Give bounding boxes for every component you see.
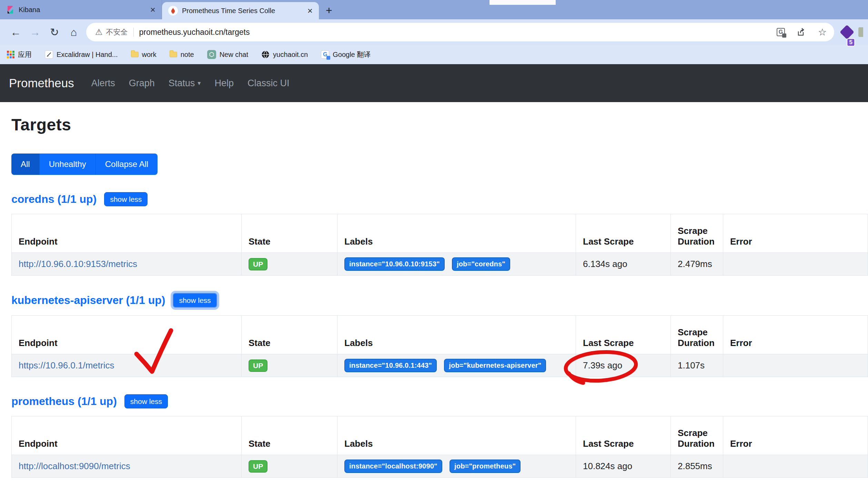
nav-graph[interactable]: Graph: [123, 78, 160, 89]
bookmark-excalidraw[interactable]: Excalidraw | Hand...: [45, 50, 118, 59]
job-section-coredns: coredns (1/1 up) show less Endpoint Stat…: [11, 192, 868, 276]
col-scrape-duration: Scrape Duration: [671, 316, 723, 354]
label-badge[interactable]: job="prometheus": [450, 460, 521, 473]
job-title[interactable]: coredns (1/1 up): [11, 193, 97, 206]
excalidraw-icon: [45, 50, 53, 59]
scrape-duration-value: 2.479ms: [671, 253, 723, 276]
bookmark-folder-note[interactable]: note: [170, 51, 194, 59]
nav-status[interactable]: Status ▾: [163, 78, 206, 89]
label-badge[interactable]: instance="localhost:9090": [344, 460, 442, 473]
extension-icon[interactable]: 5: [840, 25, 854, 39]
table-row: http://10.96.0.10:9153/metrics UP instan…: [12, 253, 868, 276]
home-icon[interactable]: ⌂: [64, 27, 83, 38]
col-error: Error: [723, 214, 868, 253]
label-badge[interactable]: job="kubernetes-apiserver": [444, 359, 546, 372]
url-divider: [133, 28, 134, 37]
col-endpoint: Endpoint: [12, 416, 242, 455]
back-icon[interactable]: ←: [6, 27, 26, 38]
bookmark-yuchaoit[interactable]: yuchaoit.cn: [261, 50, 308, 59]
collapse-all-button[interactable]: Collapse All: [96, 154, 158, 175]
nav-classic-ui[interactable]: Classic UI: [242, 78, 295, 89]
tab-strip: Kibana × Prometheus Time Series Colle × …: [0, 0, 868, 19]
targets-table: Endpoint State Labels Last Scrape Scrape…: [11, 214, 868, 276]
partial-profile-icon[interactable]: [858, 27, 863, 37]
label-badge[interactable]: instance="10.96.0.1:443": [344, 359, 437, 372]
chatgpt-icon: [207, 50, 216, 59]
label-badge[interactable]: instance="10.96.0.10:9153": [344, 257, 445, 271]
col-state: State: [242, 316, 337, 354]
endpoint-link[interactable]: http://localhost:9090/metrics: [19, 461, 130, 471]
chevron-down-icon: ▾: [198, 79, 201, 87]
col-last-scrape: Last Scrape: [576, 416, 671, 455]
col-scrape-duration: Scrape Duration: [671, 416, 723, 455]
browser-toolbar: ← → ↻ ⌂ ⚠ 不安全 prometheus.yuchaoit.cn/tar…: [0, 19, 868, 45]
forward-icon[interactable]: →: [26, 27, 45, 38]
status-badge: UP: [249, 258, 268, 270]
filter-button-group: All Unhealthy Collapse All: [11, 154, 158, 175]
new-tab-button[interactable]: +: [326, 5, 332, 16]
close-icon[interactable]: ×: [150, 5, 156, 14]
page-title: Targets: [11, 115, 868, 134]
scrape-duration-value: 1.107s: [671, 354, 723, 377]
last-scrape-value: 10.824s ago: [576, 455, 671, 478]
col-endpoint: Endpoint: [12, 316, 242, 354]
job-section-prometheus: prometheus (1/1 up) show less Endpoint S…: [11, 394, 868, 478]
show-less-button[interactable]: show less: [173, 293, 217, 308]
table-row: https://10.96.0.1/metrics UP instance="1…: [12, 354, 868, 377]
filter-unhealthy-button[interactable]: Unhealthy: [40, 154, 96, 175]
url-text[interactable]: prometheus.yuchaoit.cn/targets: [139, 28, 765, 37]
col-labels: Labels: [337, 316, 576, 354]
endpoint-link[interactable]: http://10.96.0.10:9153/metrics: [19, 259, 137, 269]
extension-badge: 5: [847, 38, 855, 47]
job-title[interactable]: prometheus (1/1 up): [11, 395, 117, 408]
show-less-button[interactable]: show less: [104, 192, 148, 206]
globe-icon: [261, 50, 270, 59]
col-labels: Labels: [337, 416, 576, 455]
apps-grid-icon: [7, 51, 14, 58]
scrape-duration-value: 2.855ms: [671, 455, 723, 478]
close-icon[interactable]: ×: [307, 6, 313, 15]
col-last-scrape: Last Scrape: [576, 214, 671, 253]
targets-page: Targets All Unhealthy Collapse All cored…: [0, 115, 868, 478]
col-endpoint: Endpoint: [12, 214, 242, 253]
address-bar[interactable]: ⚠ 不安全 prometheus.yuchaoit.cn/targets G ☆: [86, 23, 834, 41]
error-value: [723, 455, 868, 478]
label-badge[interactable]: job="coredns": [452, 257, 510, 271]
error-value: [723, 253, 868, 276]
bookmark-google-translate[interactable]: G Google 翻译: [321, 50, 371, 59]
col-error: Error: [723, 416, 868, 455]
col-state: State: [242, 416, 337, 455]
targets-table: Endpoint State Labels Last Scrape Scrape…: [11, 416, 868, 478]
folder-icon: [131, 52, 139, 57]
folder-icon: [170, 52, 177, 57]
not-secure-warning-icon[interactable]: ⚠: [95, 27, 103, 37]
share-icon[interactable]: [797, 27, 806, 37]
endpoint-link[interactable]: https://10.96.0.1/metrics: [19, 360, 114, 370]
reload-icon[interactable]: ↻: [45, 27, 64, 38]
status-badge: UP: [249, 460, 268, 473]
last-scrape-value: 7.39s ago: [576, 354, 671, 377]
tab-title: Kibana: [19, 6, 145, 14]
table-row: http://localhost:9090/metrics UP instanc…: [12, 455, 868, 478]
col-state: State: [242, 214, 337, 253]
nav-alerts[interactable]: Alerts: [86, 78, 121, 89]
tab-kibana[interactable]: Kibana ×: [0, 0, 162, 19]
error-value: [723, 354, 868, 377]
show-less-button[interactable]: show less: [124, 394, 168, 408]
nav-help[interactable]: Help: [209, 78, 239, 89]
targets-table: Endpoint State Labels Last Scrape Scrape…: [11, 315, 868, 377]
filter-all-button[interactable]: All: [11, 154, 40, 175]
artifact-box: [489, 0, 556, 5]
bookmark-star-icon[interactable]: ☆: [818, 27, 827, 38]
bookmark-folder-work[interactable]: work: [131, 51, 157, 59]
security-label: 不安全: [106, 27, 128, 37]
translate-icon[interactable]: G: [777, 28, 785, 36]
last-scrape-value: 6.134s ago: [576, 253, 671, 276]
job-title[interactable]: kubernetes-apiserver (1/1 up): [11, 294, 165, 307]
prometheus-brand[interactable]: Prometheus: [9, 76, 74, 90]
col-last-scrape: Last Scrape: [576, 316, 671, 354]
tab-prometheus[interactable]: Prometheus Time Series Colle ×: [162, 2, 319, 19]
bookmark-apps[interactable]: 应用: [7, 50, 32, 59]
bookmark-new-chat[interactable]: New chat: [207, 50, 248, 59]
prometheus-navbar: Prometheus Alerts Graph Status ▾ Help Cl…: [0, 64, 868, 102]
